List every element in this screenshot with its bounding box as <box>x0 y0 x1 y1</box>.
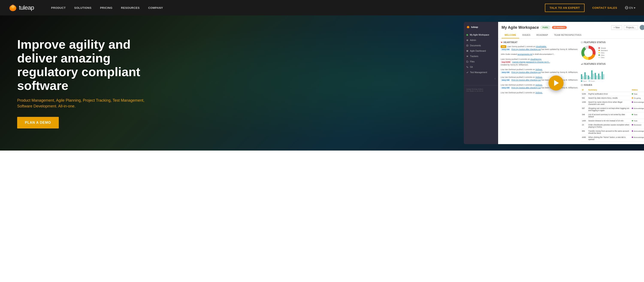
svg-rect-31 <box>582 64 582 65</box>
cloud-link[interactable]: cloud/stable. <box>536 46 547 48</box>
bar-chart-legend: Open Close <box>581 80 644 82</box>
donut-chart <box>581 45 596 60</box>
svg-point-23 <box>581 42 583 43</box>
story-link4[interactable]: Print my invoice after checking out <box>512 87 541 89</box>
rest-link4[interactable]: 3rd/rest. <box>536 92 542 94</box>
rest-link3[interactable]: 3rd/rest. <box>536 84 542 86</box>
issues-icon <box>581 84 583 86</box>
table-row: 582 Search by date returns NULL results … <box>581 96 644 100</box>
issue-id: 587 <box>581 106 587 112</box>
tab-retrospectives[interactable]: TEAM RETROSPECTIVES <box>551 32 584 38</box>
bar-chart <box>581 67 644 80</box>
story-tag: story #39 <box>501 48 510 51</box>
sidebar-item-testmgmt[interactable]: Test Management <box>464 70 498 75</box>
new-button[interactable]: + New <box>611 25 622 30</box>
file-icon <box>466 61 468 62</box>
projects-button[interactable]: Projects... <box>624 25 638 30</box>
svg-rect-32 <box>582 63 583 65</box>
talk-to-expert-button[interactable]: TALK TO AN EXPERT <box>545 4 584 12</box>
plan-demo-button[interactable]: PLAN A DEMO <box>17 117 59 128</box>
nav-resources[interactable]: RESOURCES <box>117 0 144 16</box>
story-tag: story #39 <box>501 79 510 82</box>
sidebar-item-admin-label: Admin <box>470 39 476 42</box>
user-avatar[interactable] <box>640 25 644 30</box>
svg-point-7 <box>467 26 469 28</box>
nav-pricing[interactable]: PRICING <box>96 0 117 16</box>
sidebar-item-documents[interactable]: Documents <box>464 43 498 48</box>
sidebar-footer: tuleap Mockup Edition Dev Build 11.16.99… <box>464 85 498 94</box>
issue-status: Todo <box>631 112 644 119</box>
issue-status: Acknowledged <box>631 106 644 112</box>
tab-welcome[interactable]: WELCOME <box>502 32 519 38</box>
heartbeat-item: Liam Sonny pushed 3 commits on cloud/sto… <box>501 58 578 66</box>
stormy-link[interactable]: cloud/stormy. <box>530 58 542 60</box>
table-row: 23 Order checkbooks preview causes excep… <box>581 123 644 129</box>
svg-point-19 <box>466 66 467 67</box>
sidebar-item-files[interactable]: Files <box>464 59 498 64</box>
sidebar-logo: tuleap <box>464 25 498 32</box>
tab-issues[interactable]: ISSUES <box>519 32 533 38</box>
svg-point-29 <box>585 49 592 56</box>
heartbeat-item: new Liam Sonny pushed 1 commit on cloud/… <box>501 45 578 51</box>
sidebar-item-trackers[interactable]: Trackers <box>464 54 498 59</box>
public-badge: Public <box>540 26 550 29</box>
workspace-title-text: My Agile Workspace <box>502 25 539 30</box>
sidebar-item-files-label: Files <box>470 60 474 63</box>
rest-link2[interactable]: 3rd/rest. <box>536 76 542 78</box>
rest-link[interactable]: 3rd/rest. <box>536 68 542 70</box>
issue-summary: Search by date returns NULL results <box>587 96 631 100</box>
nav-solutions[interactable]: SOLUTIONS <box>70 0 96 16</box>
app-tabs: WELCOME ISSUES ROADMAP TEAM RETROSPECTIV… <box>502 32 644 38</box>
language-selector[interactable]: EN ▾ <box>625 6 636 10</box>
story-link[interactable]: Print my invoice after checking out <box>512 48 541 50</box>
hero-title: Improve agility and deliver amazing regu… <box>17 38 146 92</box>
table-row: 348 List of account summary is not sorte… <box>581 112 644 119</box>
globe-icon <box>625 6 628 10</box>
members-badge: 28 members <box>552 26 567 29</box>
tuleap-logo-icon <box>8 4 17 12</box>
sidebar-item-dashboard-label: Agile Dashboard <box>470 50 486 52</box>
issue-status: Todo <box>631 119 644 123</box>
sidebar-collapse-btn[interactable]: ‹ <box>464 75 498 82</box>
heartbeat-title: HEARTBEAT <box>501 41 578 44</box>
chart-icon <box>581 42 583 43</box>
issue-id: 4490 <box>581 135 587 142</box>
tab-roadmap[interactable]: ROADMAP <box>534 32 551 38</box>
col-status: Status <box>631 88 644 92</box>
bug-link[interactable]: Cannot change password in Chrome nor F..… <box>512 61 550 63</box>
story-link2[interactable]: Print my invoice after checking out <box>512 71 541 73</box>
issue-status: Acknowledged <box>631 129 644 135</box>
play-button[interactable] <box>548 76 564 90</box>
issue-id: 5205 <box>581 92 587 96</box>
sidebar-item-admin[interactable]: Admin <box>464 38 498 43</box>
app-header-top: My Agile Workspace Public 28 members + N… <box>502 25 644 30</box>
sidebar-item-workspace[interactable]: My Agile Workspace <box>464 32 498 38</box>
heartbeat-item: Lisa Van Derkraut pushed 2 commits on 3r… <box>501 91 578 94</box>
issue-summary: Session timeout is 60 min instead of 20 … <box>587 119 631 123</box>
story-link3[interactable]: Print my invoice after checking out <box>512 79 541 81</box>
features-status-section: FEATURES STATUS <box>581 41 644 142</box>
donut-legend: Simple Standard Clinc Clinc Clinc <box>598 45 608 60</box>
heartbeat-section: HEARTBEAT new Liam Sonny pushed 1 commit… <box>501 41 578 142</box>
sidebar-item-git[interactable]: Git <box>464 64 498 70</box>
issue-summary: List of account summary is not sorted by… <box>587 112 631 119</box>
sidebar-item-dashboard[interactable]: Agile Dashboard <box>464 48 498 54</box>
svg-point-20 <box>468 67 468 68</box>
nav-product[interactable]: PRODUCT <box>47 0 70 16</box>
svg-point-9 <box>467 40 468 40</box>
lang-arrow: ▾ <box>634 6 636 10</box>
issues-table: Id Summary Status 5205 PayPal verificati… <box>581 88 644 142</box>
file-link[interactable]: acomponents.md <box>518 53 532 55</box>
list-icon <box>466 55 468 57</box>
nav-company[interactable]: COMPANY <box>144 0 167 16</box>
issue-summary: Shopping cart content is not kept when l… <box>587 106 631 112</box>
sidebar-item-testmgmt-label: Test Management <box>470 71 487 74</box>
logo-link[interactable]: tuleap <box>8 4 34 12</box>
svg-rect-30 <box>581 64 582 65</box>
features-status2-title: FEATURES STATUS <box>581 63 644 65</box>
issue-status: On going <box>631 96 644 100</box>
doc-icon <box>466 44 468 46</box>
contact-sales-button[interactable]: CONTACT SALES <box>588 4 622 12</box>
issue-id: 886 <box>581 129 587 135</box>
issue-status: Reviewed <box>631 123 644 129</box>
